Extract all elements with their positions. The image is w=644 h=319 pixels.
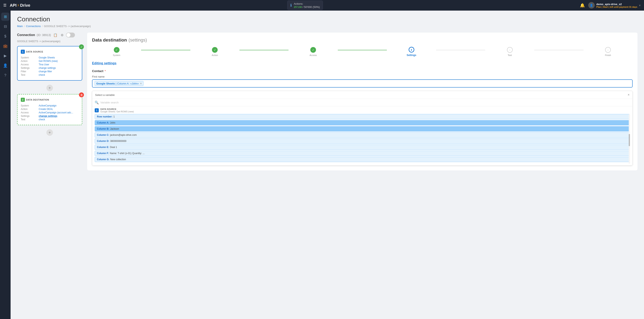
breadcrumb-current: GOOGLE SHEETS -> (activecampaign) <box>44 25 91 28</box>
page-title: Connection <box>17 16 638 23</box>
logo-text-drive: Drive <box>20 3 30 8</box>
step-test: ○ Test <box>485 47 534 56</box>
step-circle-system: ✓ <box>114 47 120 53</box>
step-settings: ● Settings <box>387 47 436 56</box>
logo-text-api: API <box>10 3 16 8</box>
topbar: ☰ APIXDrive ℹ Actions: 25'138 / 50'000 (… <box>0 0 644 10</box>
connection-id: (ID: 38913) <box>37 34 51 37</box>
add-step-button-1[interactable]: + <box>46 85 53 91</box>
breadcrumb-sep1: / <box>24 25 25 28</box>
left-panel: Connection (ID: 38913) 📋 ⚙ GOOGLE SHEETS… <box>17 32 82 170</box>
variable-search-input[interactable] <box>100 101 630 104</box>
datasource-header: 1 DATA SOURCE Google Sheets: Get ROWS (n… <box>95 108 630 113</box>
variable-item-row-number[interactable]: Row number: 1 <box>95 114 630 119</box>
dest-row-access: Access ActiveCampaign (account adc... <box>21 111 78 114</box>
logo: APIXDrive <box>10 3 30 8</box>
sidebar-item-tasks[interactable]: 💼 <box>1 42 9 50</box>
source-row-system: System Google Sheets <box>21 56 78 59</box>
token-source: Google Sheets <box>96 82 115 85</box>
topbar-right: 🔔 👤 demo_apix-drive_s2 Plan | Start | le… <box>580 2 641 8</box>
bell-icon[interactable]: 🔔 <box>580 3 585 8</box>
actions-badge[interactable]: ℹ Actions: 25'138 / 50'000 (50%) <box>287 0 323 10</box>
scrollbar-thumb[interactable] <box>629 134 630 146</box>
variable-item-column-a[interactable]: Column A: John <box>95 120 630 126</box>
user-plan: Plan | Start | left until payment 31 day… <box>596 6 637 8</box>
destination-card-label: 2 DATA DESTINATION <box>21 98 78 102</box>
settings-button[interactable]: ⚙ <box>60 33 64 38</box>
dest-test-check[interactable]: check <box>39 118 78 121</box>
contact-section: Contact * <box>92 69 632 73</box>
step-circle-access: ✓ <box>310 47 316 53</box>
step-line-2 <box>240 50 288 50</box>
data-source-card: ✓ 1 DATA SOURCE System Google Sheets Act… <box>17 46 82 80</box>
destination-delete-icon[interactable]: 🗑 <box>79 92 84 97</box>
sidebar-item-help[interactable]: ? <box>1 71 9 80</box>
sidebar-item-billing[interactable]: $ <box>1 32 9 40</box>
actions-total: 50'000 <box>304 6 312 8</box>
avatar: 👤 <box>588 2 595 8</box>
variable-item-column-e[interactable]: Column E: Deal 1 <box>95 144 630 150</box>
variable-dropdown-close-btn[interactable]: × <box>628 93 630 97</box>
right-panel: Data destination (settings) ✓ System ✓ A… <box>87 32 638 170</box>
step-finish: ○ Finish <box>584 47 632 56</box>
datasource-title-group: DATA SOURCE Google Sheets: Get ROWS (new… <box>100 108 134 113</box>
user-section[interactable]: 👤 demo_apix-drive_s2 Plan | Start | left… <box>588 2 641 8</box>
datasource-section: 1 DATA SOURCE Google Sheets: Get ROWS (n… <box>92 106 632 165</box>
step-circle-test: ○ <box>507 47 513 53</box>
add-step-button-2[interactable]: + <box>46 129 53 136</box>
variable-item-column-d[interactable]: Column D: 380000000000 <box>95 138 630 144</box>
copy-button[interactable]: 📋 <box>52 33 58 38</box>
panel-title-suffix: (settings) <box>128 38 147 43</box>
sidebar-item-home[interactable]: ⊞ <box>1 12 9 21</box>
source-check-icon: ✓ <box>79 44 84 49</box>
sidebar: ⊞ ⊟ $ 💼 ▶ 👤 ? <box>0 10 10 319</box>
sidebar-item-connections[interactable]: ⊟ <box>1 22 9 30</box>
token-remove-btn[interactable]: × <box>140 82 142 85</box>
connection-subtitle: GOOGLE SHEETS -> (activecampaign) <box>17 40 82 43</box>
step-circle-action: ✓ <box>212 47 218 53</box>
source-test-check[interactable]: check <box>39 74 78 76</box>
step-access: ✓ Access <box>288 47 338 56</box>
logo-x: X <box>17 4 19 7</box>
first-name-label: First name <box>92 75 632 78</box>
variable-item-column-f[interactable]: Column F: Name: T-shirt (s-01) Quantity:… <box>95 151 630 156</box>
contact-label-row: Contact * <box>92 69 632 73</box>
dest-row-action: Action Create DEAL <box>21 108 78 110</box>
toggle-switch[interactable] <box>66 32 75 38</box>
step-label-finish: Finish <box>605 54 611 56</box>
step-circle-finish: ○ <box>605 47 611 53</box>
breadcrumb: Main / Connections / GOOGLE SHEETS -> (a… <box>17 25 638 28</box>
dest-row-settings: Settings change settings <box>21 114 78 118</box>
dest-change-settings[interactable]: change settings <box>39 114 78 118</box>
actions-current: 25'138 <box>294 6 302 8</box>
actions-label: Actions: <box>294 2 303 5</box>
app-body: ⊞ ⊟ $ 💼 ▶ 👤 ? Connection Main / Connecti… <box>0 10 644 319</box>
actions-text-group: Actions: 25'138 / 50'000 (50%) <box>294 2 320 8</box>
dest-row-test: Test check <box>21 118 78 121</box>
step-label-settings: Settings <box>406 54 416 56</box>
token-input[interactable]: Google Sheets | Column A: «John» × <box>92 80 632 88</box>
source-change-settings[interactable]: change settings <box>39 66 78 70</box>
step-line-1 <box>141 50 190 50</box>
step-system: ✓ System <box>92 47 141 56</box>
sidebar-item-play[interactable]: ▶ <box>1 52 9 60</box>
steps: ✓ System ✓ Action ✓ Access <box>92 47 632 56</box>
variable-item-column-c[interactable]: Column C: jackson@apix-drive.com <box>95 132 630 138</box>
breadcrumb-main[interactable]: Main <box>17 25 23 28</box>
source-change-filter[interactable]: change filter <box>39 70 78 73</box>
token-chip[interactable]: Google Sheets | Column A: «John» × <box>94 81 144 86</box>
destination-badge: 2 <box>21 98 25 102</box>
panel-title: Data destination <box>92 38 127 43</box>
variable-item-column-g[interactable]: Column G: New collection <box>95 157 630 162</box>
user-name: demo_apix-drive_s2 <box>596 3 637 6</box>
section-heading[interactable]: Editing settings <box>92 62 632 65</box>
menu-icon[interactable]: ☰ <box>3 3 6 8</box>
breadcrumb-connections[interactable]: Connections <box>26 25 41 28</box>
chevron-down-icon: ∨ <box>639 4 641 7</box>
variable-item-column-b[interactable]: Column B: Jackson <box>95 126 630 132</box>
panel-title-row: Data destination (settings) <box>92 38 632 43</box>
scrollbar-track <box>629 114 630 164</box>
sidebar-item-profile[interactable]: 👤 <box>1 62 9 70</box>
search-icon: 🔍 <box>95 100 99 104</box>
dest-row-system: System ActiveCampaign <box>21 104 78 107</box>
